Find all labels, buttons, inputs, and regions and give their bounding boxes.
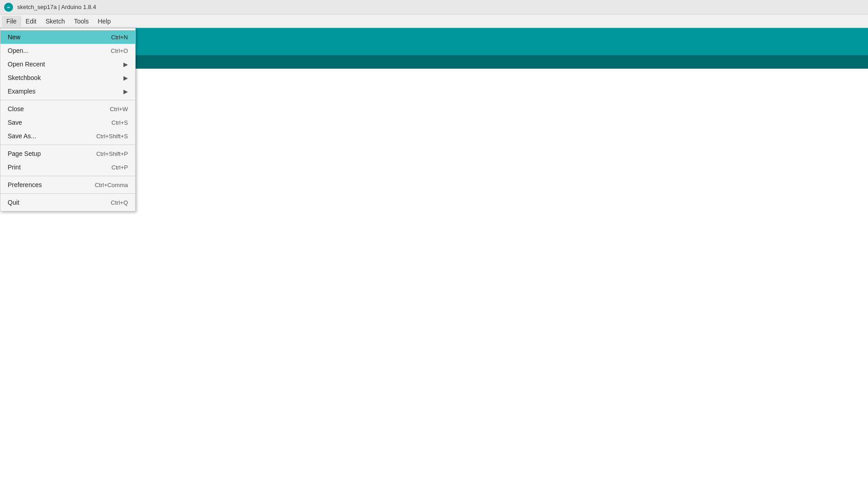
menu-item-sketchbook[interactable]: Sketchbook ▶ bbox=[0, 71, 135, 84]
menu-item-examples-label: Examples bbox=[8, 88, 35, 95]
menu-item-new-shortcut: Ctrl+N bbox=[111, 34, 128, 41]
svg-text:∞: ∞ bbox=[7, 5, 10, 9]
menu-item-open[interactable]: Open... Ctrl+O bbox=[0, 44, 135, 57]
menu-sketch[interactable]: Sketch bbox=[41, 16, 70, 27]
menu-item-save-as-label: Save As... bbox=[8, 132, 36, 140]
menu-item-save-as[interactable]: Save As... Ctrl+Shift+S bbox=[0, 129, 135, 143]
menu-item-close[interactable]: Close Ctrl+W bbox=[0, 102, 135, 116]
menu-item-save-as-shortcut: Ctrl+Shift+S bbox=[96, 133, 128, 140]
window-title: sketch_sep17a | Arduino 1.8.4 bbox=[17, 4, 96, 10]
menu-item-save-label: Save bbox=[8, 119, 22, 126]
menu-item-sketchbook-label: Sketchbook bbox=[8, 74, 41, 81]
separator-4 bbox=[0, 193, 135, 194]
separator-3 bbox=[0, 176, 135, 176]
open-recent-arrow-icon: ▶ bbox=[123, 61, 128, 68]
menu-item-quit-label: Quit bbox=[8, 199, 19, 206]
examples-arrow-icon: ▶ bbox=[123, 88, 128, 95]
menu-item-new-label: New bbox=[8, 33, 20, 41]
menu-help[interactable]: Help bbox=[93, 16, 115, 27]
menu-item-close-label: Close bbox=[8, 105, 24, 113]
menu-tools[interactable]: Tools bbox=[70, 16, 94, 27]
menu-item-close-shortcut: Ctrl+W bbox=[110, 106, 128, 113]
menu-item-save-shortcut: Ctrl+S bbox=[112, 119, 128, 126]
menu-item-print-shortcut: Ctrl+P bbox=[112, 164, 128, 171]
title-bar: ∞ sketch_sep17a | Arduino 1.8.4 bbox=[0, 0, 868, 14]
menu-item-open-recent[interactable]: Open Recent ▶ bbox=[0, 57, 135, 71]
menu-item-page-setup-shortcut: Ctrl+Shift+P bbox=[96, 150, 128, 157]
menu-item-print[interactable]: Print Ctrl+P bbox=[0, 160, 135, 174]
menu-item-preferences-label: Preferences bbox=[8, 181, 42, 188]
menu-item-page-setup-label: Page Setup bbox=[8, 150, 41, 157]
menu-item-examples[interactable]: Examples ▶ bbox=[0, 84, 135, 98]
menu-item-open-label: Open... bbox=[8, 47, 28, 54]
menu-item-open-recent-label: Open Recent bbox=[8, 61, 45, 68]
arduino-logo-icon: ∞ bbox=[4, 2, 14, 12]
menu-item-save[interactable]: Save Ctrl+S bbox=[0, 116, 135, 129]
menu-item-preferences[interactable]: Preferences Ctrl+Comma bbox=[0, 178, 135, 192]
menu-item-quit[interactable]: Quit Ctrl+Q bbox=[0, 196, 135, 209]
file-dropdown-menu: New Ctrl+N Open... Ctrl+O Open Recent ▶ … bbox=[0, 28, 136, 211]
menu-item-open-shortcut: Ctrl+O bbox=[111, 47, 128, 54]
menu-item-print-label: Print bbox=[8, 164, 21, 171]
menu-item-page-setup[interactable]: Page Setup Ctrl+Shift+P bbox=[0, 147, 135, 160]
menu-item-new[interactable]: New Ctrl+N bbox=[0, 30, 135, 44]
menu-edit[interactable]: Edit bbox=[21, 16, 41, 27]
menu-file[interactable]: File bbox=[2, 16, 21, 27]
sketchbook-arrow-icon: ▶ bbox=[123, 75, 128, 81]
separator-1 bbox=[0, 100, 135, 100]
menu-item-quit-shortcut: Ctrl+Q bbox=[111, 199, 128, 206]
menu-bar: File Edit Sketch Tools Help bbox=[0, 14, 868, 28]
menu-item-preferences-shortcut: Ctrl+Comma bbox=[95, 182, 128, 188]
separator-2 bbox=[0, 145, 135, 145]
